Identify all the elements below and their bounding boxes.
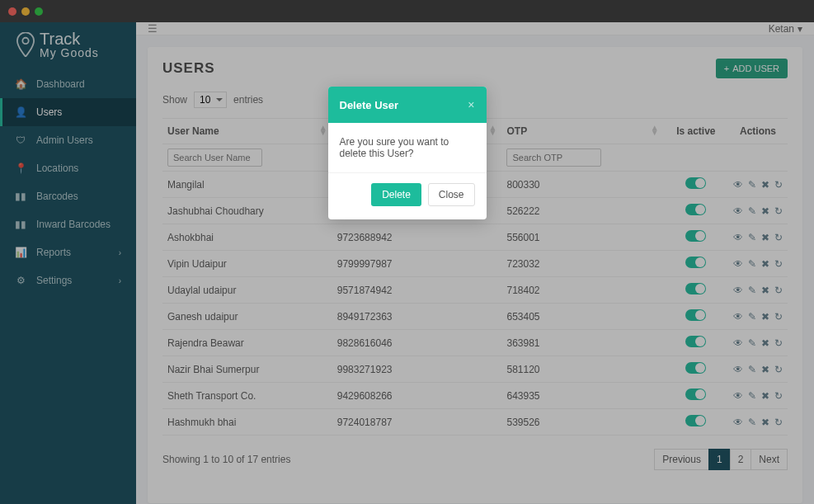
delete-user-modal: Delete User × Are you sure you want to d…: [328, 87, 487, 219]
modal-close-icon[interactable]: ×: [468, 98, 474, 111]
modal-title: Delete User: [340, 99, 399, 111]
modal-message: Are you sure you want to delete this Use…: [328, 123, 487, 172]
delete-button[interactable]: Delete: [371, 183, 421, 206]
close-button[interactable]: Close: [428, 183, 475, 206]
modal-overlay[interactable]: Delete User × Are you sure you want to d…: [0, 0, 814, 504]
